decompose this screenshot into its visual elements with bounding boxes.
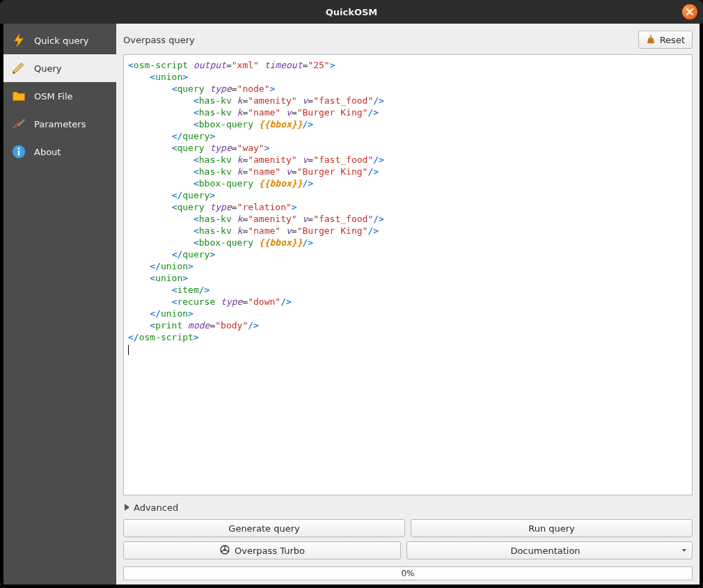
lightning-icon	[10, 32, 27, 49]
window-title: QuickOSM	[326, 7, 377, 17]
text-cursor	[128, 345, 129, 355]
reset-button[interactable]: Reset	[638, 31, 693, 49]
progress-text: 0%	[401, 569, 414, 578]
tools-icon	[10, 116, 27, 132]
broom-icon	[646, 34, 656, 46]
section-title: Overpass query	[123, 35, 195, 45]
sidebar-item-label: About	[34, 147, 61, 157]
section-header: Overpass query Reset	[123, 29, 693, 50]
folder-icon	[10, 88, 27, 104]
steering-wheel-icon	[219, 544, 230, 557]
sidebar-item-query[interactable]: Query	[3, 54, 116, 82]
triangle-right-icon	[125, 504, 129, 511]
close-icon	[686, 7, 693, 17]
button-row-2: Overpass Turbo Documentation	[123, 541, 693, 559]
overpass-turbo-label: Overpass Turbo	[235, 546, 305, 556]
overpass-turbo-button[interactable]: Overpass Turbo	[123, 541, 401, 559]
body: Quick query Query OSM File Parameters	[0, 24, 703, 588]
window: QuickOSM Quick query Query	[0, 0, 703, 588]
sidebar-item-label: OSM File	[34, 91, 73, 102]
documentation-label: Documentation	[510, 546, 580, 556]
window-close-button[interactable]	[682, 4, 697, 19]
sidebar: Quick query Query OSM File Parameters	[3, 24, 116, 585]
sidebar-item-quick-query[interactable]: Quick query	[3, 26, 116, 54]
svg-point-1	[18, 148, 20, 150]
generate-query-label: Generate query	[228, 523, 299, 534]
sidebar-item-parameters[interactable]: Parameters	[3, 110, 116, 138]
sidebar-item-about[interactable]: About	[3, 138, 116, 166]
documentation-button[interactable]: Documentation	[406, 541, 693, 559]
run-query-button[interactable]: Run query	[411, 519, 693, 537]
info-icon	[10, 143, 27, 160]
advanced-label: Advanced	[134, 502, 178, 513]
query-editor[interactable]: <osm-script output="xml" timeout="25"> <…	[123, 54, 693, 495]
progress-bar: 0%	[123, 566, 693, 580]
button-row-1: Generate query Run query	[123, 519, 693, 537]
reset-label: Reset	[660, 35, 685, 45]
run-query-label: Run query	[528, 523, 575, 534]
sidebar-item-label: Query	[34, 63, 62, 74]
sidebar-item-osm-file[interactable]: OSM File	[3, 82, 116, 110]
sidebar-item-label: Quick query	[34, 35, 88, 46]
pencil-icon	[10, 60, 27, 77]
main-panel: Overpass query Reset <osm-script output=…	[116, 24, 700, 585]
sidebar-item-label: Parameters	[34, 119, 86, 129]
svg-rect-2	[18, 150, 20, 155]
generate-query-button[interactable]: Generate query	[123, 519, 405, 537]
titlebar: QuickOSM	[0, 0, 703, 24]
advanced-expander[interactable]: Advanced	[123, 500, 693, 515]
